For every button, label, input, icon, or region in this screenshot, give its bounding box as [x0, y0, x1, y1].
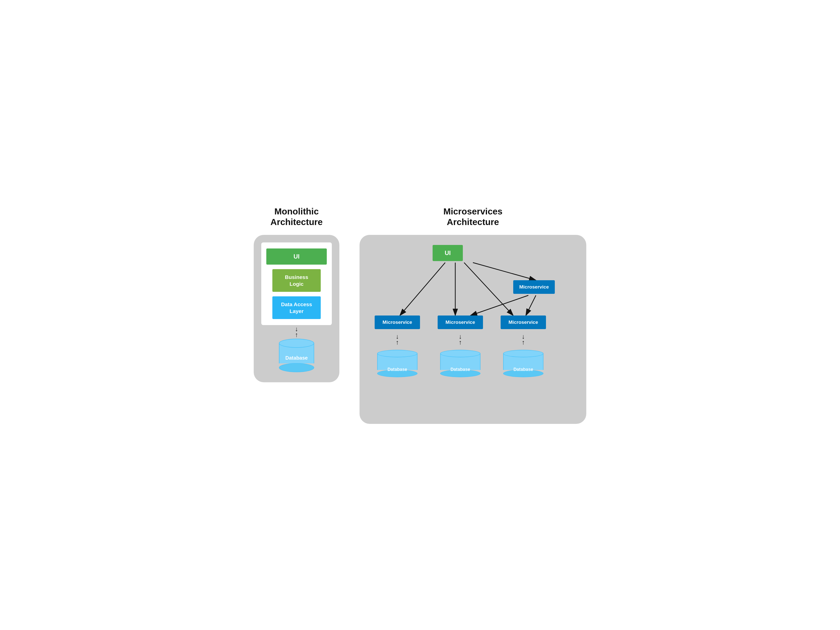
micro-service-mid: Microservice ↓↑ Database [437, 316, 483, 377]
db-bottom [279, 363, 314, 372]
monolithic-title: MonolithicArchitecture [270, 206, 322, 227]
monolithic-section: MonolithicArchitecture UI BusinessLogic … [254, 206, 339, 382]
svg-line-3 [464, 262, 513, 316]
mono-inner-box: UI BusinessLogic Data AccessLayer [261, 242, 332, 325]
micro-service-left: Microservice ↓↑ Database [375, 316, 420, 377]
arrow-left-db: ↓↑ [396, 334, 399, 345]
mono-ui-block: UI [266, 248, 327, 265]
db-mid: Database [440, 350, 480, 377]
mono-data-access-block: Data AccessLayer [272, 296, 321, 319]
arrow-right-db: ↓↑ [522, 334, 525, 345]
microservices-container: UI Microservice Microservice ↓↑ Database [360, 235, 586, 424]
arrow-mid-db: ↓↑ [459, 334, 462, 345]
mono-arrow: ↓ ↑ [295, 326, 298, 338]
microservices-section: MicroservicesArchitecture [360, 206, 586, 424]
db-right: Database [503, 350, 543, 377]
svg-line-4 [471, 295, 528, 316]
micro-service-right: Microservice ↓↑ Database [501, 316, 546, 377]
svg-line-5 [526, 295, 536, 316]
db-left: Database [377, 350, 417, 377]
micro-ui-block: UI [433, 245, 463, 261]
svg-line-0 [473, 262, 536, 280]
svg-line-1 [400, 262, 445, 316]
mono-business-logic-block: BusinessLogic [272, 269, 321, 292]
main-container: MonolithicArchitecture UI BusinessLogic … [244, 206, 596, 424]
microservices-title: MicroservicesArchitecture [444, 206, 503, 227]
monolithic-container: UI BusinessLogic Data AccessLayer ↓ ↑ Da… [254, 235, 339, 382]
mono-database: Database [279, 339, 314, 372]
micro-top-right-service: Microservice [513, 280, 555, 294]
